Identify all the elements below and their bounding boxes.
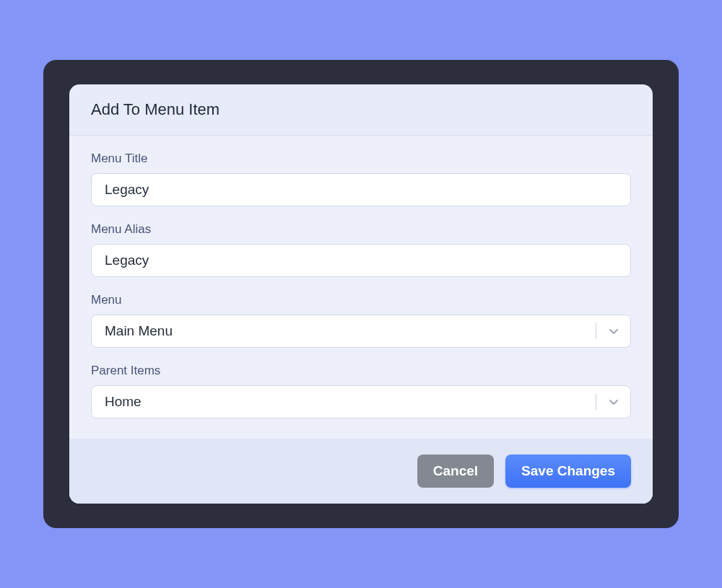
- parent-items-select-wrapper: Home: [91, 385, 631, 418]
- parent-items-group: Parent Items Home: [91, 364, 631, 418]
- menu-alias-group: Menu Alias: [91, 222, 631, 277]
- menu-select-wrapper: Main Menu: [91, 315, 631, 348]
- modal-footer: Cancel Save Changes: [69, 439, 653, 504]
- parent-items-label: Parent Items: [91, 364, 631, 378]
- menu-alias-input[interactable]: [91, 244, 631, 277]
- menu-alias-label: Menu Alias: [91, 222, 631, 237]
- modal-header: Add To Menu Item: [69, 84, 653, 136]
- add-menu-item-modal: Add To Menu Item Menu Title Menu Alias M…: [69, 84, 653, 504]
- cancel-button[interactable]: Cancel: [417, 455, 494, 488]
- parent-items-select-value: Home: [105, 394, 142, 410]
- menu-select-label: Menu: [91, 293, 631, 307]
- menu-title-label: Menu Title: [91, 152, 631, 166]
- modal-body: Menu Title Menu Alias Menu Main Menu: [69, 136, 653, 439]
- menu-title-group: Menu Title: [91, 152, 631, 206]
- modal-backdrop: Add To Menu Item Menu Title Menu Alias M…: [43, 60, 679, 528]
- menu-select[interactable]: Main Menu: [91, 315, 631, 348]
- save-changes-button[interactable]: Save Changes: [505, 455, 631, 488]
- parent-items-select[interactable]: Home: [91, 385, 631, 418]
- modal-title: Add To Menu Item: [91, 100, 631, 119]
- menu-group: Menu Main Menu: [91, 293, 631, 348]
- menu-select-value: Main Menu: [105, 323, 173, 339]
- menu-title-input[interactable]: [91, 173, 631, 206]
